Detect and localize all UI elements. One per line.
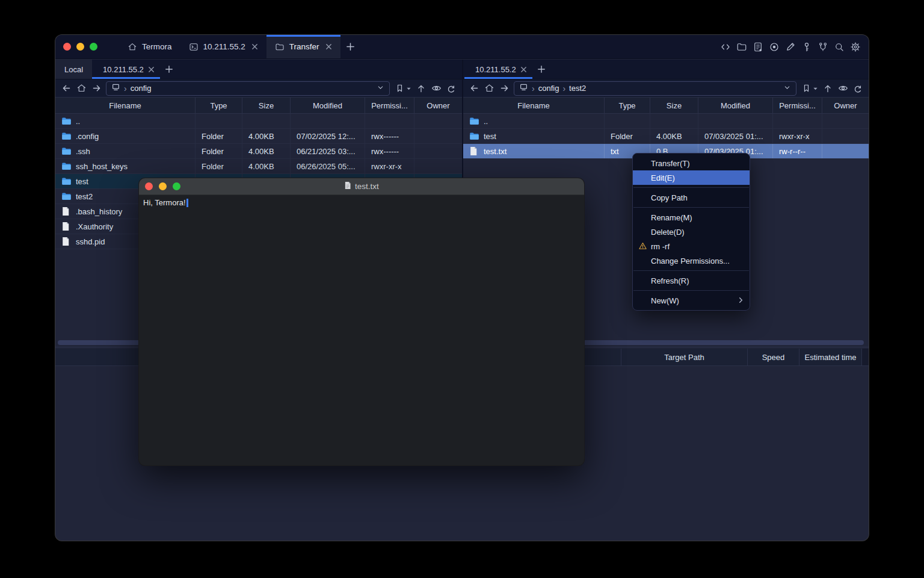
tab-remote-host[interactable]: 10.211.55.2 xyxy=(92,60,160,79)
file-type-icon xyxy=(61,237,72,246)
record-icon[interactable] xyxy=(769,42,780,52)
file-type-icon xyxy=(469,131,479,141)
refresh-icon[interactable] xyxy=(446,83,457,94)
context-menu-item[interactable]: Transfer(T) xyxy=(633,156,750,170)
left-table-header: FilenameTypeSizeModifiedPermissi...Owner xyxy=(55,98,462,114)
branch-icon[interactable] xyxy=(818,42,828,52)
column-header[interactable]: Owner xyxy=(822,98,869,113)
close-tab-icon[interactable] xyxy=(520,66,527,73)
column-header[interactable]: Size xyxy=(242,98,291,113)
context-menu-item[interactable]: Delete(D) xyxy=(633,225,750,239)
table-row[interactable]: .. xyxy=(55,114,462,129)
column-header[interactable]: Permissi... xyxy=(365,98,414,113)
file-name: test.txt xyxy=(484,147,507,156)
table-row[interactable]: .ssh Folder 4.00KB 06/21/2025 03:... rwx… xyxy=(55,144,462,159)
new-panel-tab-button[interactable] xyxy=(160,60,178,79)
table-row[interactable]: .config Folder 4.00KB 07/02/2025 12:... … xyxy=(55,129,462,144)
table-row[interactable]: test Folder 4.00KB 07/03/2025 01:... rwx… xyxy=(463,129,869,144)
terminal-icon xyxy=(189,42,199,52)
close-window-button[interactable] xyxy=(63,43,71,51)
tab-remote-host[interactable]: 10.211.55.2 xyxy=(464,60,532,79)
column-header[interactable]: Target Path xyxy=(621,349,747,365)
folder-icon[interactable] xyxy=(736,42,747,52)
show-hidden-eye-icon[interactable] xyxy=(431,83,442,94)
column-header[interactable]: Modified xyxy=(291,98,365,113)
tab-termora-home[interactable]: Termora xyxy=(119,35,180,58)
column-header[interactable]: Filename xyxy=(55,98,196,113)
tab-ssh-session[interactable]: 10.211.55.2 xyxy=(180,35,266,58)
close-tab-icon[interactable] xyxy=(148,66,155,73)
screen: Termora 10.211.55.2 Transfer xyxy=(0,0,924,578)
context-menu-item[interactable]: Rename(M) xyxy=(633,210,750,225)
column-header[interactable]: Speed xyxy=(747,349,799,365)
context-menu-item[interactable] xyxy=(633,187,749,188)
left-path-field[interactable]: ›config xyxy=(106,81,390,96)
context-menu-item[interactable]: Edit(E) xyxy=(633,170,750,185)
column-header[interactable]: Size xyxy=(650,98,698,113)
text-cursor xyxy=(186,199,188,207)
search-icon[interactable] xyxy=(834,42,845,52)
home-icon[interactable] xyxy=(484,83,494,94)
breadcrumb-item[interactable]: config xyxy=(131,84,152,93)
column-header[interactable]: Permissi... xyxy=(773,98,822,113)
editor-content[interactable]: Hi, Termora! xyxy=(139,195,584,210)
bookmark-icon[interactable] xyxy=(801,83,812,94)
column-header[interactable]: Type xyxy=(605,98,650,113)
bookmark-caret-icon[interactable] xyxy=(813,83,818,94)
context-menu-item[interactable]: Change Permissions... xyxy=(633,253,750,268)
zoom-window-button[interactable] xyxy=(90,43,97,51)
key-icon[interactable] xyxy=(801,42,812,52)
edit-icon[interactable] xyxy=(785,42,796,52)
upload-icon[interactable] xyxy=(416,83,427,94)
bookmark-caret-icon[interactable] xyxy=(406,83,411,94)
table-row[interactable]: ssh_host_keys Folder 4.00KB 06/26/2025 0… xyxy=(55,159,462,174)
tab-local[interactable]: Local xyxy=(55,60,92,79)
minimize-window-button[interactable] xyxy=(76,43,84,51)
breadcrumb-separator: › xyxy=(562,84,565,93)
forward-icon[interactable] xyxy=(91,83,102,94)
close-tab-icon[interactable] xyxy=(251,43,258,50)
column-header[interactable]: Filename xyxy=(463,98,605,113)
bookmark-icon[interactable] xyxy=(394,83,405,94)
close-window-button[interactable] xyxy=(145,182,153,190)
column-header[interactable]: Type xyxy=(196,98,242,113)
context-menu-item[interactable]: rm -rf xyxy=(633,239,750,253)
file-owner xyxy=(822,129,869,143)
table-row[interactable]: .. xyxy=(463,114,869,129)
column-header[interactable]: Estimated time xyxy=(799,349,861,365)
close-tab-icon[interactable] xyxy=(325,43,332,50)
context-menu-item[interactable] xyxy=(633,207,749,208)
settings-icon[interactable] xyxy=(850,42,861,52)
chevron-down-icon[interactable] xyxy=(783,83,791,94)
new-tab-button[interactable] xyxy=(340,35,361,58)
column-header[interactable]: Modified xyxy=(698,98,773,113)
zoom-window-button[interactable] xyxy=(173,182,180,190)
chevron-down-icon[interactable] xyxy=(377,83,384,94)
context-menu-item[interactable]: Copy Path xyxy=(633,190,750,205)
file-type-icon xyxy=(61,176,72,186)
context-menu-item[interactable] xyxy=(633,270,749,271)
editor-titlebar[interactable]: test.txt xyxy=(139,178,584,195)
file-permissions xyxy=(773,114,822,128)
breadcrumb-separator: › xyxy=(532,84,535,93)
breadcrumb-item[interactable]: config xyxy=(538,84,559,93)
tab-transfer[interactable]: Transfer xyxy=(266,35,340,58)
home-icon[interactable] xyxy=(76,83,87,94)
upload-icon[interactable] xyxy=(822,83,833,94)
code-icon[interactable] xyxy=(720,42,731,52)
breadcrumb-item[interactable]: test2 xyxy=(569,84,586,93)
right-path-field[interactable]: ›config›test2 xyxy=(514,81,796,96)
context-menu-item[interactable]: Refresh(R) xyxy=(633,273,750,288)
context-menu-item[interactable]: New(W) xyxy=(633,293,750,308)
context-menu-item[interactable] xyxy=(633,290,749,291)
back-icon[interactable] xyxy=(469,83,479,94)
log-icon[interactable] xyxy=(753,42,763,52)
show-hidden-eye-icon[interactable] xyxy=(837,83,848,94)
forward-icon[interactable] xyxy=(499,83,510,94)
refresh-icon[interactable] xyxy=(852,83,863,94)
minimize-window-button[interactable] xyxy=(159,182,167,190)
back-icon[interactable] xyxy=(61,83,72,94)
column-header[interactable]: Owner xyxy=(414,98,462,113)
new-panel-tab-button[interactable] xyxy=(532,60,550,79)
file-name: .config xyxy=(76,132,99,141)
